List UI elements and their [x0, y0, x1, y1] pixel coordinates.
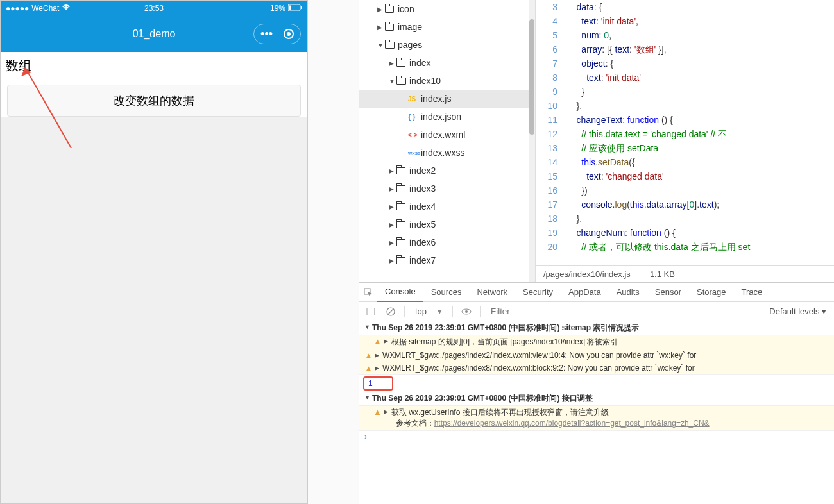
tree-arrow-icon[interactable]: ▼	[389, 78, 396, 85]
folder-icon	[396, 239, 409, 246]
warn-icon: ▲	[373, 337, 384, 346]
tree-item-index6[interactable]: ▶index6	[359, 233, 535, 251]
tree-label: index.wxml	[421, 130, 465, 140]
tree-label: index6	[409, 237, 436, 248]
tab-console[interactable]: Console	[377, 283, 423, 302]
tree-item-index4[interactable]: ▶index4	[359, 197, 535, 215]
file-tree[interactable]: ▶icon▶image▼pages▶index▼index10JSindex.j…	[359, 0, 536, 282]
tree-arrow-icon[interactable]: ▶	[389, 185, 396, 192]
console-filter-input[interactable]	[487, 305, 759, 317]
wxss-icon: wxss	[408, 150, 421, 156]
tree-item-index2[interactable]: ▶index2	[359, 162, 535, 180]
tree-arrow-icon[interactable]: ▶	[389, 60, 396, 67]
toggle-sidebar-icon[interactable]	[363, 308, 377, 315]
folder-open-icon	[396, 78, 409, 85]
tree-item-index[interactable]: ▶index	[359, 54, 535, 72]
log-group-header: Thu Sep 26 2019 23:39:01 GMT+0800 (中国标准时…	[372, 394, 593, 403]
tab-network[interactable]: Network	[469, 283, 515, 302]
context-select[interactable]: top	[411, 305, 446, 317]
tab-storage[interactable]: Storage	[689, 283, 734, 302]
log-message: 根据 sitemap 的规则[0]，当前页面 [pages/index10/in…	[391, 337, 829, 348]
tree-label: index3	[409, 183, 436, 194]
tree-item-index-wxml[interactable]: < >index.wxml	[359, 126, 535, 144]
tree-scrollbar[interactable]	[529, 19, 534, 135]
live-expression-icon[interactable]	[459, 308, 473, 315]
tree-arrow-icon[interactable]: ▶	[389, 239, 396, 246]
folder-icon	[396, 203, 409, 210]
collapse-icon[interactable]: ▼	[364, 323, 372, 330]
expand-icon[interactable]: ▶	[384, 337, 391, 344]
folder-icon	[396, 60, 409, 67]
carrier-label: WeChat	[31, 4, 59, 13]
tree-item-index7[interactable]: ▶index7	[359, 251, 535, 269]
close-icon[interactable]	[284, 29, 294, 39]
tree-label: index2	[409, 165, 436, 176]
file-path: /pages/index10/index.js	[543, 269, 631, 279]
tree-item-icon[interactable]: ▶icon	[359, 0, 535, 18]
tree-arrow-icon[interactable]: ▶	[389, 221, 396, 228]
svg-rect-1	[289, 6, 292, 10]
expand-icon[interactable]: ▶	[375, 364, 382, 371]
doc-link[interactable]: https://developers.weixin.qq.com/blogdet…	[434, 419, 710, 428]
expand-icon[interactable]: ▶	[375, 351, 382, 358]
warn-icon: ▲	[364, 364, 375, 373]
clear-console-icon[interactable]	[384, 307, 398, 316]
tree-item-index5[interactable]: ▶index5	[359, 215, 535, 233]
tree-arrow-icon[interactable]: ▶	[377, 6, 385, 13]
tree-label: index5	[409, 219, 436, 230]
log-message: 获取 wx.getUserInfo 接口后续将不再出现授权弹窗，请注意升级 参考…	[391, 407, 829, 429]
code-editor[interactable]: 34567891011121314151617181920 data: { te…	[536, 0, 834, 282]
tree-label: index	[409, 58, 430, 68]
wxml-icon: < >	[408, 131, 421, 139]
array-text: 数组	[1, 52, 307, 80]
js-icon: JS	[408, 96, 421, 103]
svg-point-11	[465, 310, 468, 313]
tab-security[interactable]: Security	[515, 283, 561, 302]
warn-icon: ▲	[364, 351, 375, 360]
change-array-button[interactable]: 改变数组的数据	[7, 85, 301, 117]
log-group-header: Thu Sep 26 2019 23:39:01 GMT+0800 (中国标准时…	[372, 323, 639, 332]
tree-arrow-icon[interactable]: ▶	[377, 24, 385, 31]
tree-arrow-icon[interactable]: ▼	[377, 42, 385, 49]
highlighted-output: 1	[363, 376, 393, 391]
editor-status-bar: /pages/index10/index.js 1.1 KB	[536, 265, 834, 282]
warn-icon: ▲	[373, 407, 384, 417]
capsule-menu[interactable]: •••	[253, 24, 301, 44]
tree-item-index10[interactable]: ▼index10	[359, 72, 535, 90]
signal-dots: ●●●●●	[6, 4, 29, 13]
log-message: WXMLRT_$gwx:./pages/index2/index.wxml:vi…	[382, 351, 829, 360]
tree-label: index.wxss	[421, 147, 464, 158]
tree-arrow-icon[interactable]: ▶	[389, 167, 396, 174]
tab-sensor[interactable]: Sensor	[647, 283, 689, 302]
json-icon: { }	[408, 113, 421, 121]
folder-icon	[396, 167, 409, 174]
tab-sources[interactable]: Sources	[423, 283, 470, 302]
console-prompt[interactable]: ›	[359, 431, 834, 442]
page-title: 01_demo	[133, 28, 176, 40]
tab-appdata[interactable]: AppData	[561, 283, 609, 302]
status-bar: ●●●●● WeChat 23:53 19%	[1, 1, 307, 16]
folder-icon	[396, 221, 409, 228]
tab-audits[interactable]: Audits	[609, 283, 647, 302]
collapse-icon[interactable]: ▼	[364, 393, 372, 401]
log-levels-select[interactable]: Default levels ▾	[765, 305, 830, 317]
inspect-icon[interactable]	[359, 288, 377, 297]
expand-icon[interactable]: ▶	[384, 407, 391, 415]
tree-label: index7	[409, 255, 436, 265]
battery-icon	[288, 4, 302, 13]
tree-item-image[interactable]: ▶image	[359, 18, 535, 36]
folder-icon	[396, 185, 409, 192]
tree-item-index-json[interactable]: { }index.json	[359, 108, 535, 126]
tree-item-index-js[interactable]: JSindex.js	[359, 90, 535, 108]
menu-icon[interactable]: •••	[260, 28, 273, 41]
tree-item-index-wxss[interactable]: wxssindex.wxss	[359, 144, 535, 162]
tree-arrow-icon[interactable]: ▶	[389, 203, 396, 210]
nav-bar: 01_demo •••	[1, 16, 307, 52]
tab-trace[interactable]: Trace	[734, 283, 770, 302]
tree-item-pages[interactable]: ▼pages	[359, 36, 535, 54]
simulator-panel: ●●●●● WeChat 23:53 19% 01_demo ••• 数组 改变…	[0, 0, 308, 504]
console-output[interactable]: ▼Thu Sep 26 2019 23:39:01 GMT+0800 (中国标准…	[359, 321, 834, 504]
tree-label: index4	[409, 201, 436, 212]
tree-arrow-icon[interactable]: ▶	[389, 257, 396, 264]
tree-item-index3[interactable]: ▶index3	[359, 180, 535, 197]
